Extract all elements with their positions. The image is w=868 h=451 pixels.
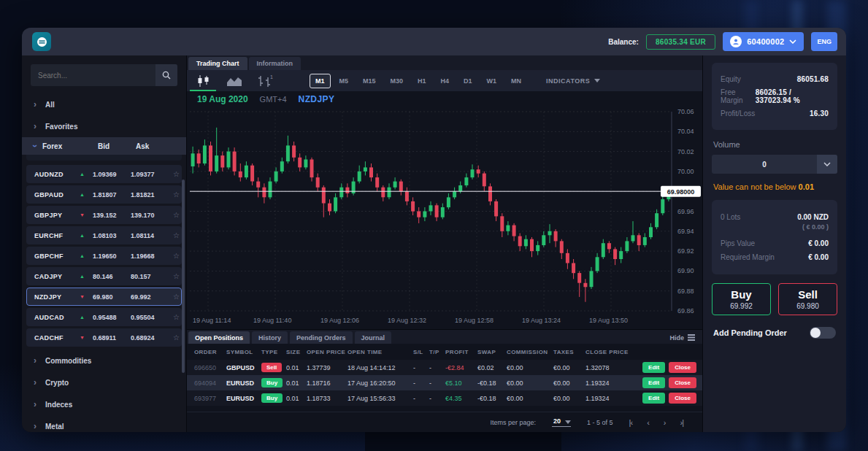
x-axis-tick: 19 Aug 13:50	[589, 317, 628, 324]
position-row-696650[interactable]: 696650 GBPUSD Sell 0.01 1.37739 18 Aug 1…	[187, 360, 702, 375]
sidebar-category-favorites[interactable]: ›Favorites	[22, 115, 186, 137]
column-header: TAXES	[553, 349, 585, 355]
candlestick-chart-icon[interactable]	[194, 74, 213, 88]
taxes-value: €0.00	[553, 379, 585, 387]
timeframe-M5[interactable]: M5	[334, 74, 355, 88]
hide-panel-button[interactable]: Hide	[669, 331, 695, 344]
order-type-badge: Buy	[261, 378, 283, 388]
timeframe-H1[interactable]: H1	[412, 74, 432, 88]
x-axis-tick: 19 Aug 13:24	[522, 317, 561, 324]
active-chart-type-underline	[190, 90, 216, 91]
pair-ask: 1.08114	[131, 232, 173, 239]
positions-panel: Open PositionsHistoryPending OrdersJourn…	[187, 329, 702, 432]
pair-row-EURUSD[interactable]: EURUSD ▲ 1.19316 1.19324 ☆	[26, 155, 182, 161]
timeframe-H4[interactable]: H4	[435, 74, 456, 88]
position-row-694094[interactable]: 694094 EURUSD Buy 0.01 1.18716 17 Aug 16…	[187, 375, 702, 390]
buy-button[interactable]: Buy 69.992	[712, 283, 771, 315]
favorite-star-icon[interactable]: ☆	[173, 170, 185, 178]
column-header: OPEN PRICE	[307, 349, 347, 355]
first-page-button[interactable]: |‹	[629, 418, 633, 427]
search-icon[interactable]	[155, 64, 177, 86]
pair-bid: 0.95488	[93, 314, 131, 321]
edit-position-button[interactable]: Edit	[642, 393, 665, 404]
next-page-button[interactable]: ›	[664, 418, 666, 427]
pair-row-NZDJPY[interactable]: NZDJPY ▼ 69.980 69.992 ☆	[26, 288, 182, 306]
account-menu[interactable]: 60400002	[723, 32, 804, 51]
close-position-button[interactable]: Close	[669, 377, 696, 388]
forex-group-header[interactable]: ›Forex Bid Ask	[22, 137, 186, 155]
volume-select[interactable]: 0	[712, 155, 837, 174]
add-pending-order-toggle[interactable]	[810, 327, 836, 339]
sidebar-scrollbar[interactable]	[182, 180, 185, 373]
sidebar-category-indeces[interactable]: ›Indeces	[22, 393, 186, 415]
pair-row-GBPJPY[interactable]: GBPJPY ▼ 139.152 139.170 ☆	[26, 206, 182, 224]
tab-history[interactable]: History	[252, 331, 288, 344]
pair-bid: 69.980	[93, 293, 131, 301]
indicators-menu[interactable]: INDICATORS	[546, 77, 600, 85]
column-header: T/P	[429, 349, 445, 355]
price-up-icon: ▲	[80, 233, 93, 238]
timeframe-M30[interactable]: M30	[385, 74, 410, 88]
timeframe-W1[interactable]: W1	[481, 74, 503, 88]
chart-info-bar: 19 Aug 2020 GMT+4 NZDJPY	[187, 91, 702, 107]
position-row-693977[interactable]: 693977 EURUSD Buy 0.01 1.18733 17 Aug 15…	[187, 390, 702, 406]
pair-symbol: AUDCAD	[34, 314, 80, 321]
timeframe-M1[interactable]: M1	[310, 74, 331, 88]
tab-open-positions[interactable]: Open Positions	[188, 331, 250, 344]
language-button[interactable]: ENG	[811, 32, 837, 51]
pips-value: € 0.00	[808, 239, 829, 247]
last-page-button[interactable]: ›|	[680, 418, 683, 427]
tab-pending-orders[interactable]: Pending Orders	[290, 331, 353, 344]
chart-toolbar: 1 M1M5M15M30H1H4D1W1MN INDICATORS	[187, 70, 702, 91]
tab-trading-chart[interactable]: Trading Chart	[188, 57, 247, 70]
pair-row-AUDNZD[interactable]: AUDNZD ▲ 1.09369 1.09377 ☆	[26, 165, 182, 183]
area-chart-icon[interactable]	[225, 74, 244, 88]
search-box	[31, 64, 177, 86]
order-id: 694094	[194, 379, 226, 387]
timeframe-D1[interactable]: D1	[458, 74, 478, 88]
pair-symbol: CADCHF	[34, 334, 80, 342]
edit-position-button[interactable]: Edit	[642, 377, 665, 388]
prev-page-button[interactable]: ‹	[647, 418, 649, 427]
timeframe-MN[interactable]: MN	[505, 74, 527, 88]
taxes-value: €0.00	[553, 364, 585, 371]
pair-bid: 0.68911	[93, 334, 131, 342]
pair-row-GBPAUD[interactable]: GBPAUD ▲ 1.81807 1.81821 ☆	[26, 185, 182, 204]
sidebar-category-crypto[interactable]: ›Crypto	[22, 371, 186, 393]
tab-journal[interactable]: Journal	[355, 331, 392, 344]
sidebar-category-all[interactable]: ›All	[22, 93, 186, 115]
price-up-icon: ▲	[80, 274, 93, 279]
pair-ask: 1.19324	[131, 155, 173, 155]
pair-row-EURCHF[interactable]: EURCHF ▲ 1.08103 1.08114 ☆	[26, 226, 182, 244]
pair-bid: 80.146	[93, 273, 131, 280]
order-size: 0.01	[286, 379, 307, 387]
pair-row-GBPCHF[interactable]: GBPCHF ▲ 1.19650 1.19668 ☆	[26, 247, 182, 265]
chevron-right-icon: ›	[34, 399, 37, 409]
order-symbol: EURUSD	[226, 379, 261, 387]
equity-label: Equity	[721, 75, 741, 83]
edit-position-button[interactable]: Edit	[642, 362, 665, 373]
column-header: PROFIT	[445, 349, 477, 355]
app-logo-icon[interactable]	[32, 32, 51, 51]
close-position-button[interactable]: Close	[669, 362, 696, 373]
close-position-button[interactable]: Close	[669, 393, 696, 404]
sidebar-category-metal[interactable]: ›Metal	[22, 415, 186, 432]
buy-price: 69.992	[730, 302, 753, 310]
pair-row-CADCHF[interactable]: CADCHF ▼ 0.68911 0.68924 ☆	[26, 328, 182, 347]
pair-row-CADJPY[interactable]: CADJPY ▲ 80.146 80.157 ☆	[26, 267, 182, 285]
favorite-star-icon[interactable]: ☆	[173, 155, 185, 155]
timeframe-M15[interactable]: M15	[357, 74, 382, 88]
sell-button[interactable]: Sell 69.980	[778, 283, 837, 315]
pair-symbol: GBPJPY	[34, 212, 80, 219]
sidebar-category-commodities[interactable]: ›Commodities	[22, 350, 186, 371]
items-per-page-select[interactable]: 20	[552, 417, 571, 427]
x-axis-tick: 19 Aug 11:40	[253, 317, 291, 324]
svg-text:69.92: 69.92	[677, 247, 694, 255]
order-id: 696650	[194, 364, 226, 371]
pair-row-AUDCAD[interactable]: AUDCAD ▲ 0.95488 0.95504 ☆	[26, 308, 182, 326]
sell-price: 69.980	[796, 302, 819, 310]
search-input[interactable]	[31, 72, 155, 80]
bar-chart-icon[interactable]: 1	[256, 74, 274, 88]
tab-information[interactable]: Information	[249, 57, 302, 70]
candlestick-chart[interactable]: 70.0670.0470.0270.0069.9869.9669.9469.92…	[187, 107, 702, 329]
